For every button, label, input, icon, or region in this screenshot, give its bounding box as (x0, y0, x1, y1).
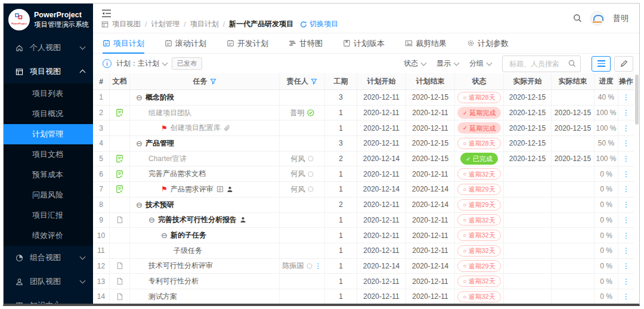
sidebar-item-project-overview[interactable]: 项目概况 (4, 104, 93, 124)
actions-cell[interactable]: ⋮ (618, 152, 634, 166)
task-cell[interactable]: 专利可行性分析 (130, 274, 280, 289)
column-header-#[interactable]: # (93, 73, 110, 89)
actions-cell[interactable]: ⋮ (618, 213, 634, 228)
group-dropdown[interactable]: 分组 (469, 58, 491, 69)
task-cell[interactable]: Charter宣讲 (130, 152, 280, 166)
tab-dev-plan[interactable]: 开发计划 (227, 33, 268, 53)
table-row[interactable]: 12技术可行性分析评审陈振国⋮12020-12-142020-12-14○逾期2… (93, 259, 634, 274)
actions-cell[interactable]: ⋮ (618, 259, 634, 274)
display-dropdown[interactable]: 显示 (436, 58, 459, 69)
sidebar-item-budget-cost[interactable]: 预算成本 (4, 165, 93, 185)
collapse-toggle-icon[interactable]: ⊖ (136, 94, 143, 101)
row-actions-icon[interactable]: ⋮ (623, 171, 630, 178)
task-cell[interactable]: 组建项目团队 (130, 106, 280, 120)
row-actions-icon[interactable]: ⋮ (623, 262, 630, 270)
row-actions-icon[interactable]: ⋮ (623, 217, 630, 224)
task-cell[interactable]: ⊖产品管理 (130, 136, 280, 151)
sidebar-item-portfolio-view[interactable]: 组合视图 (4, 246, 93, 270)
row-actions-icon[interactable]: ⋮ (623, 140, 630, 147)
column-header-计划结束[interactable]: 计划结束 (406, 73, 455, 89)
column-header-工期[interactable]: 工期 (325, 73, 357, 89)
row-actions-icon[interactable]: ⋮ (623, 293, 630, 300)
column-header-实际结束[interactable]: 实际结束 (552, 73, 595, 89)
table-search-input[interactable] (508, 59, 565, 69)
sidebar-item-project-list[interactable]: 项目列表 (4, 84, 93, 104)
task-cell[interactable]: ⚑产品需求评审 (130, 182, 280, 197)
collapse-toggle-icon[interactable]: ⊖ (148, 216, 155, 224)
table-row[interactable]: 13专利可行性分析12020-12-112020-12-11○逾期32天0 %⋮ (93, 274, 634, 289)
scrollbar-thumb[interactable] (635, 75, 639, 125)
tab-gantt[interactable]: 甘特图 (289, 33, 323, 53)
tab-plan-params[interactable]: 计划参数 (467, 33, 509, 53)
task-cell[interactable]: 技术可行性分析评审 (130, 259, 280, 274)
table-row[interactable]: 4⊖产品管理32020-12-112020-12-15○逾期28天2020-12… (93, 136, 634, 152)
table-row[interactable]: 8⊖技术预研22020-12-112020-12-14○逾期29天0 %⋮ (93, 197, 634, 213)
table-row[interactable]: 6完善产品需求文档何风12020-12-112020-12-11○逾期32天0 … (93, 166, 634, 182)
column-header-计划开始[interactable]: 计划开始 (357, 73, 406, 89)
tab-project-plan[interactable]: 项目计划 (103, 33, 144, 53)
row-actions-icon[interactable]: ⋮ (623, 247, 630, 254)
actions-cell[interactable]: ⋮ (618, 90, 634, 105)
sidebar-item-team-view[interactable]: 团队视图 (4, 270, 93, 293)
row-actions-icon[interactable]: ⋮ (623, 278, 630, 285)
collapse-toggle-icon[interactable]: ⊖ (136, 201, 143, 209)
row-actions-icon[interactable]: ⋮ (623, 201, 630, 208)
tab-tailor-result[interactable]: 裁剪结果 (405, 33, 447, 53)
row-actions-icon[interactable]: ⋮ (623, 94, 630, 101)
sidebar-item-knowledge-center[interactable]: 知识中心 (4, 293, 93, 304)
sidebar-item-performance-eval[interactable]: 绩效评价 (4, 225, 93, 246)
task-cell[interactable]: ⚑创建项目配置库 (130, 120, 280, 135)
breadcrumb-item[interactable]: 项目视图 (112, 19, 141, 29)
task-cell[interactable]: ⊖新的子任务 (130, 228, 280, 243)
actions-cell[interactable]: ⋮ (618, 106, 634, 120)
breadcrumb-item[interactable]: 项目计划 (190, 19, 219, 29)
actions-cell[interactable]: ⋮ (618, 120, 634, 135)
task-cell[interactable]: ⊖完善技术可行性分析报告 (130, 213, 280, 228)
plan-selector[interactable]: 计划：主计划 (116, 58, 167, 69)
column-header-责任人[interactable]: 责任人 (280, 73, 325, 89)
list-view-button[interactable] (592, 56, 611, 72)
vertical-scrollbar[interactable] (634, 73, 639, 304)
table-row[interactable]: 14测试方案12020-12-112020-12-11○逾期32天0 %⋮ (93, 289, 634, 304)
menu-fold-icon[interactable] (101, 9, 112, 18)
row-actions-icon[interactable]: ⋮ (623, 186, 630, 193)
row-actions-icon[interactable]: ⋮ (623, 232, 630, 239)
task-cell[interactable]: 完善产品需求文档 (130, 166, 280, 181)
row-actions-icon[interactable]: ⋮ (623, 109, 630, 116)
sidebar-item-issue-risk[interactable]: 问题风险 (4, 185, 93, 205)
task-cell[interactable]: 子级任务 (130, 243, 280, 258)
actions-cell[interactable]: ⋮ (618, 136, 634, 151)
actions-cell[interactable]: ⋮ (618, 166, 634, 181)
table-row[interactable]: 10⊖新的子任务12020-12-112020-12-11○逾期32天0 %⋮ (93, 228, 634, 243)
sidebar-item-plan-management[interactable]: 计划管理 (4, 124, 93, 144)
actions-cell[interactable]: ⋮ (618, 182, 634, 197)
table-row[interactable]: 11子级任务12020-12-112020-12-11○逾期32天0 %⋮ (93, 243, 634, 259)
column-header-状态[interactable]: 状态 (455, 73, 504, 89)
app-logo[interactable]: PowerProject ········ PowerProject 项目管理演… (4, 4, 93, 36)
tab-rolling-plan[interactable]: 滚动计划 (165, 33, 206, 53)
actions-cell[interactable]: ⋮ (618, 274, 634, 289)
task-cell[interactable]: ⊖技术预研 (130, 197, 280, 212)
task-cell[interactable]: ⊖概念阶段 (130, 90, 280, 105)
sidebar-item-project-docs[interactable]: 项目文档 (4, 144, 93, 165)
switch-project-link[interactable]: 切换项目 (300, 19, 338, 29)
sidebar-item-project-view[interactable]: 项目视图 (4, 60, 93, 84)
column-header-操作[interactable]: 操作 (618, 73, 634, 89)
tab-plan-version[interactable]: 计划版本 (343, 33, 385, 53)
edit-button[interactable] (614, 56, 633, 72)
table-row[interactable]: 7⚑产品需求评审何风12020-12-142020-12-14○逾期29天0 %… (93, 182, 634, 197)
column-header-任务[interactable]: 任务 (130, 73, 280, 89)
collapse-toggle-icon[interactable]: ⊖ (136, 140, 143, 147)
actions-cell[interactable]: ⋮ (618, 197, 634, 212)
sidebar-item-project-report[interactable]: 项目汇报 (4, 205, 93, 225)
actions-cell[interactable]: ⋮ (618, 243, 634, 258)
column-header-进度[interactable]: 进度 (595, 73, 618, 89)
row-actions-icon[interactable]: ⋮ (623, 155, 630, 162)
actions-cell[interactable]: ⋮ (618, 228, 634, 243)
column-header-文档[interactable]: 文档 (110, 73, 130, 89)
more-icon[interactable]: ⋮ (315, 262, 322, 270)
breadcrumb-item[interactable]: 计划管理 (151, 19, 179, 29)
row-actions-icon[interactable]: ⋮ (623, 125, 630, 132)
table-row[interactable]: 5Charter宣讲何风22020-12-142020-12-15✓已完成202… (93, 152, 634, 167)
table-row[interactable]: 3⚑创建项目配置库12020-12-112020-12-11✓延期完成2020-… (93, 120, 634, 136)
